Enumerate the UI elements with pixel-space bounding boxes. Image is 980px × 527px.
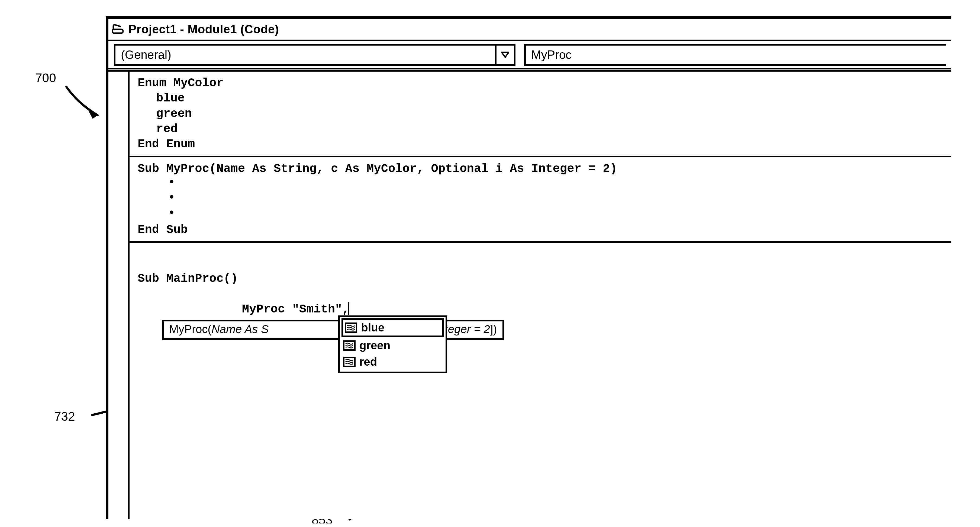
system-menu-icon[interactable] — [112, 24, 124, 35]
tooltip-close: ]) — [490, 322, 497, 337]
code-line[interactable]: Sub MyProc(Name As String, c As MyColor,… — [138, 161, 943, 176]
procedure-combobox-text: MyProc — [526, 46, 577, 64]
callout-732: 732 — [54, 409, 75, 424]
list-item-label: green — [360, 338, 390, 353]
margin-indicator-bar[interactable] — [108, 72, 130, 519]
enum-block: Enum MyColor blue green red End Enum — [130, 72, 951, 157]
code-window: Project1 - Module1 (Code) (General) MyPr… — [106, 16, 951, 519]
constant-icon — [343, 357, 356, 367]
code-line[interactable]: Sub MainProc() — [138, 271, 943, 286]
tooltip-procname: MyProc( — [169, 322, 212, 337]
content-shell: Enum MyColor blue green red End Enum Sub… — [108, 70, 951, 519]
object-combobox-text: (General) — [115, 46, 495, 64]
list-item-label: red — [360, 355, 377, 369]
object-combobox[interactable]: (General) — [114, 44, 515, 65]
constant-icon — [343, 340, 356, 351]
sub-mainproc-block: Sub MainProc() MyProc "Smith", MyProc( N… — [130, 243, 951, 336]
autocomplete-listbox[interactable]: blue green red — [338, 315, 447, 373]
code-line[interactable]: • — [138, 207, 943, 222]
sub-myproc-block: Sub MyProc(Name As String, c As MyColor,… — [130, 157, 951, 243]
procedure-combobox[interactable]: MyProc — [524, 44, 946, 65]
constant-icon — [345, 323, 357, 333]
svg-rect-3 — [112, 29, 123, 33]
code-line[interactable]: red — [138, 121, 943, 136]
code-line[interactable]: End Enum — [138, 136, 943, 152]
window-title: Project1 - Module1 (Code) — [129, 22, 279, 36]
declarations-toolbar: (General) MyProc — [108, 41, 951, 69]
callout-700: 700 — [35, 70, 56, 85]
text-caret — [348, 302, 349, 315]
code-line[interactable]: • — [138, 192, 943, 207]
titlebar[interactable]: Project1 - Module1 (Code) — [108, 19, 951, 41]
list-item[interactable]: red — [342, 354, 444, 370]
list-item-label: blue — [361, 320, 384, 335]
svg-marker-4 — [502, 52, 509, 57]
code-line[interactable]: • — [138, 176, 943, 192]
dropdown-arrow-icon[interactable] — [495, 46, 514, 64]
code-line[interactable]: blue — [138, 91, 943, 106]
list-item[interactable]: blue — [342, 318, 444, 337]
tooltip-param-1: Name As S — [212, 322, 269, 337]
code-line[interactable]: Enum MyColor — [138, 75, 943, 91]
code-line[interactable]: End Sub — [138, 222, 943, 237]
code-editor[interactable]: Enum MyColor blue green red End Enum Sub… — [130, 72, 951, 519]
code-line[interactable]: green — [138, 106, 943, 121]
list-item[interactable]: green — [342, 338, 444, 353]
svg-marker-0 — [88, 111, 97, 119]
quickinfo-tooltip: MyProc( Name As S Color , [ i As Integer… — [162, 320, 504, 340]
